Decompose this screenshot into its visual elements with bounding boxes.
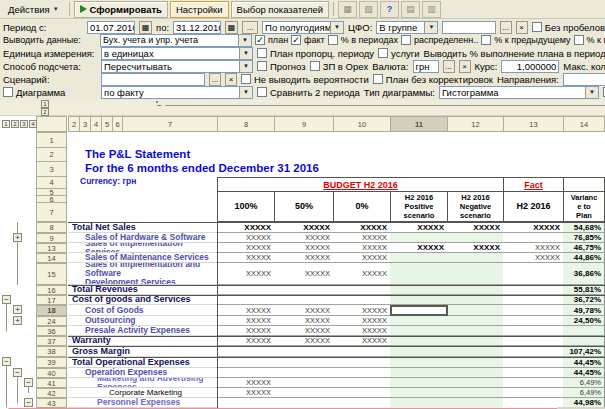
- cell[interactable]: XXXXX: [217, 378, 275, 388]
- cell[interactable]: XXXXX: [503, 253, 564, 263]
- cell[interactable]: [390, 388, 448, 398]
- cell[interactable]: [503, 388, 564, 398]
- cell[interactable]: [447, 316, 504, 326]
- column-group-collapse-button[interactable]: −: [156, 101, 158, 103]
- scenario-ellipsis-button[interactable]: ...: [209, 73, 221, 86]
- row-header[interactable]: 3: [36, 161, 67, 177]
- column-group-level-button[interactable]: 2: [41, 108, 49, 116]
- cell[interactable]: XXXXX: [217, 336, 275, 346]
- diagram-checkbox[interactable]: Диаграмма: [3, 87, 97, 98]
- row-header[interactable]: 15: [36, 263, 67, 285]
- actions-menu-button[interactable]: Действия ▼: [2, 1, 65, 18]
- row-header[interactable]: 42: [36, 388, 67, 398]
- choose-indicators-button[interactable]: Выбор показателей: [231, 1, 330, 18]
- cell[interactable]: XXXXX: [333, 263, 391, 285]
- cell[interactable]: [390, 253, 448, 263]
- rate-input[interactable]: 1,000000: [501, 60, 559, 73]
- cell[interactable]: [503, 357, 564, 368]
- cell[interactable]: [447, 285, 504, 295]
- cell[interactable]: [274, 295, 334, 305]
- cell[interactable]: [447, 295, 504, 305]
- row-label[interactable]: Sales of Maintenance Services: [68, 253, 217, 263]
- cell[interactable]: XXXXX: [333, 305, 391, 316]
- spreadsheet[interactable]: −1212342345678910111213141234567The P&L …: [0, 100, 605, 409]
- row-header[interactable]: 37: [36, 336, 67, 346]
- plan-prop-checkbox[interactable]: План пропорц. периоду: [257, 48, 374, 59]
- cell[interactable]: XXXXX: [333, 316, 391, 326]
- cell[interactable]: 36,72%: [563, 295, 605, 305]
- row-header[interactable]: 18: [36, 305, 67, 316]
- cell[interactable]: XXXXX: [274, 316, 334, 326]
- cell[interactable]: XXXXX: [390, 243, 448, 253]
- row-label[interactable]: Sales of Implementation and Software Dev…: [68, 263, 217, 285]
- granularity-select[interactable]: По полугодиям ▼: [262, 21, 344, 34]
- cell[interactable]: [333, 285, 391, 295]
- row-label[interactable]: Warranty: [68, 336, 217, 346]
- cell[interactable]: XXXXX: [447, 243, 504, 253]
- cfo-ellipsis-button[interactable]: ...: [500, 21, 512, 34]
- cell[interactable]: [390, 285, 448, 295]
- cell[interactable]: XXXXX: [217, 263, 275, 285]
- cell[interactable]: XXXXX: [217, 243, 275, 253]
- export-icon[interactable]: ▥: [422, 1, 441, 18]
- cell[interactable]: [503, 346, 564, 357]
- cell[interactable]: [217, 295, 275, 305]
- cell[interactable]: XXXXX: [447, 222, 504, 233]
- no-spaces-checkbox[interactable]: Без пробелов: [532, 22, 605, 33]
- cell[interactable]: [274, 346, 334, 357]
- plan-no-adjustments-checkbox[interactable]: План без корректировок: [373, 74, 493, 85]
- cell[interactable]: [390, 316, 448, 326]
- diagram-mode-select[interactable]: по факту ▼: [101, 86, 253, 99]
- row-header[interactable]: 2: [36, 147, 67, 162]
- row-label[interactable]: Sales of Implementation Services: [68, 243, 217, 253]
- cell[interactable]: [503, 285, 564, 295]
- row-label[interactable]: Total Revenues: [68, 285, 217, 295]
- row-label[interactable]: Total Operational Expenses: [68, 357, 217, 368]
- cell[interactable]: [447, 336, 504, 346]
- row-header[interactable]: 1: [36, 132, 67, 148]
- row-header[interactable]: 17: [36, 295, 67, 305]
- cell[interactable]: 6,49%: [563, 378, 605, 388]
- cell[interactable]: [333, 346, 391, 357]
- collapse-group-button[interactable]: −: [24, 378, 33, 387]
- currency-ellipsis-button[interactable]: ...: [443, 60, 455, 73]
- row-header[interactable]: 13: [36, 243, 67, 253]
- cell[interactable]: [333, 295, 391, 305]
- row-label[interactable]: Operation Expenses: [68, 368, 217, 378]
- row-label[interactable]: Corporate Marketing: [68, 388, 217, 398]
- row-header[interactable]: 7: [36, 202, 67, 222]
- cell[interactable]: [217, 368, 275, 378]
- row-label[interactable]: Outsourcing: [68, 316, 217, 326]
- cell[interactable]: [217, 285, 275, 295]
- help-icon[interactable]: ?: [380, 1, 399, 18]
- cell[interactable]: XXXXX: [333, 336, 391, 346]
- pct-prev-checkbox[interactable]: % к предыдущему: [481, 35, 570, 45]
- cell[interactable]: XXXXX: [217, 316, 275, 326]
- period-to-input[interactable]: 31.12.2016: [173, 21, 221, 34]
- cell[interactable]: [503, 336, 564, 346]
- services-checkbox[interactable]: услуги: [378, 48, 419, 59]
- calc-select[interactable]: Пересчитывать ▼: [101, 60, 253, 73]
- scenario-clear-button[interactable]: ×: [225, 73, 237, 86]
- column-header[interactable]: 13: [503, 116, 564, 132]
- cell[interactable]: [217, 357, 275, 368]
- cell[interactable]: [447, 388, 504, 398]
- cell[interactable]: 76,85%: [563, 233, 605, 243]
- cell[interactable]: XXXXX: [274, 326, 334, 336]
- cfo-value-input[interactable]: [442, 21, 495, 34]
- cell[interactable]: [503, 263, 564, 285]
- row-label[interactable]: Presale Activity Expenses: [68, 326, 217, 336]
- corner-header[interactable]: [36, 116, 67, 132]
- cell[interactable]: [447, 233, 504, 243]
- compare-periods-checkbox[interactable]: Сравнить 2 периода: [257, 87, 360, 98]
- cell[interactable]: [333, 357, 391, 368]
- row-label[interactable]: Marketing and Advertising Expenses: [68, 378, 217, 388]
- selected-cell[interactable]: [390, 305, 448, 316]
- cell[interactable]: XXXXX: [274, 233, 334, 243]
- cell[interactable]: 24,50%: [563, 316, 605, 326]
- cell[interactable]: [563, 326, 605, 336]
- row-group-level-button[interactable]: 2: [11, 120, 19, 128]
- cell[interactable]: 44,45%: [563, 357, 605, 368]
- column-header[interactable]: 12: [447, 116, 504, 132]
- zp-opex-checkbox[interactable]: ЗП в Opex: [310, 61, 369, 72]
